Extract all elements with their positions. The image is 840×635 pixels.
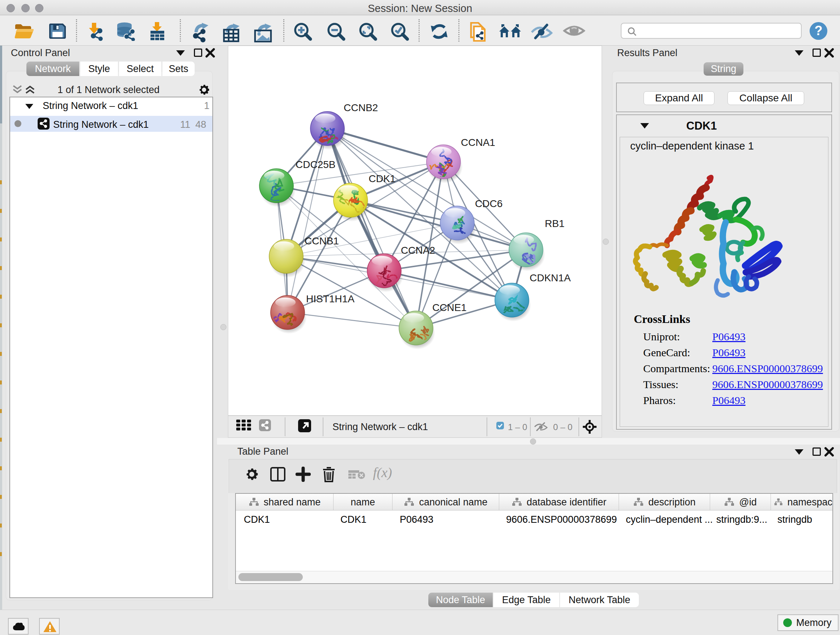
- svg-text:CCNA1: CCNA1: [461, 137, 495, 148]
- svg-text:CDKN1A: CDKN1A: [530, 272, 571, 283]
- svg-text:CCNA2: CCNA2: [401, 245, 435, 256]
- svg-text:CDC25B: CDC25B: [295, 159, 335, 170]
- svg-text:CCNE1: CCNE1: [432, 302, 467, 313]
- svg-text:CDK1: CDK1: [369, 173, 396, 184]
- svg-text:RB1: RB1: [545, 218, 564, 229]
- svg-text:CCNB1: CCNB1: [305, 235, 339, 247]
- svg-text:CDC6: CDC6: [475, 198, 502, 209]
- svg-text:HIST1H1A: HIST1H1A: [306, 293, 355, 304]
- svg-text:CCNB2: CCNB2: [344, 102, 378, 113]
